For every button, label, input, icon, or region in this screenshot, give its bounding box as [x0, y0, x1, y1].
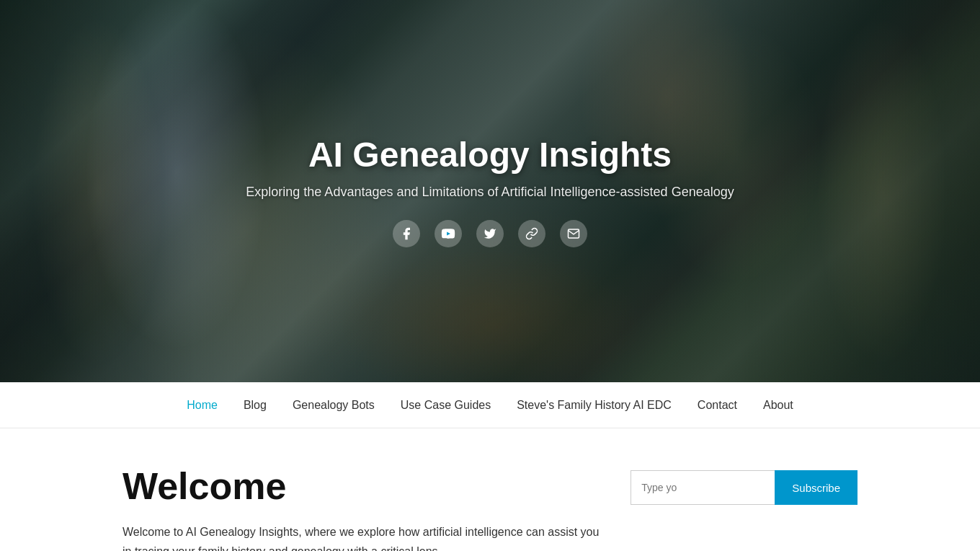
page-title: Welcome — [122, 464, 602, 508]
facebook-icon[interactable] — [393, 220, 420, 247]
youtube-icon[interactable] — [435, 220, 462, 247]
subscribe-row: Subscribe — [631, 470, 858, 505]
nav-ai-edc[interactable]: Steve's Family History AI EDC — [517, 399, 672, 412]
main-content: Welcome Welcome to AI Genealogy Insights… — [0, 428, 980, 551]
nav-blog[interactable]: Blog — [244, 399, 267, 412]
social-links — [246, 220, 734, 247]
nav-use-case-guides[interactable]: Use Case Guides — [401, 399, 491, 412]
page-description: Welcome to AI Genealogy Insights, where … — [122, 522, 602, 551]
content-left: Welcome Welcome to AI Genealogy Insights… — [122, 464, 602, 551]
nav-about[interactable]: About — [763, 399, 793, 412]
hero-section: AI Genealogy Insights Exploring the Adva… — [0, 0, 980, 382]
hero-content: AI Genealogy Insights Exploring the Adva… — [246, 135, 734, 247]
navigation: Home Blog Genealogy Bots Use Case Guides… — [0, 382, 980, 428]
nav-genealogy-bots[interactable]: Genealogy Bots — [293, 399, 375, 412]
hero-title: AI Genealogy Insights — [246, 135, 734, 175]
subscribe-box: Subscribe — [631, 470, 858, 551]
twitter-icon[interactable] — [476, 220, 504, 247]
hero-subtitle: Exploring the Advantages and Limitations… — [246, 185, 734, 200]
email-icon[interactable] — [560, 220, 587, 247]
link-icon[interactable] — [518, 220, 545, 247]
nav-contact[interactable]: Contact — [698, 399, 737, 412]
subscribe-button[interactable]: Subscribe — [775, 470, 858, 505]
email-input[interactable] — [631, 470, 775, 505]
nav-home[interactable]: Home — [187, 399, 218, 412]
